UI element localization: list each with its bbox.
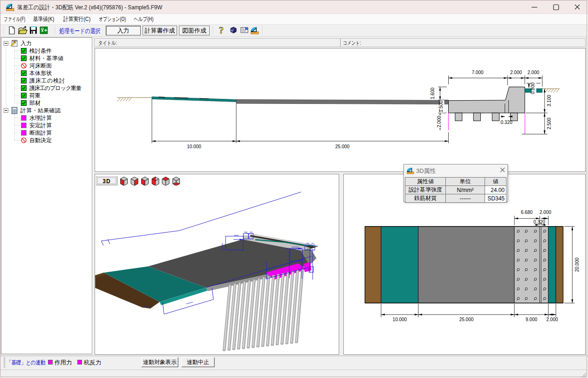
- svg-text:0.800: 0.800: [530, 82, 535, 94]
- svg-text:2.000: 2.000: [527, 70, 539, 75]
- svg-text:本体形状: 本体形状: [29, 70, 52, 76]
- svg-text:1.600: 1.600: [430, 88, 435, 99]
- svg-text:2.000: 2.000: [540, 210, 551, 215]
- svg-text:7.000: 7.000: [472, 70, 483, 75]
- svg-text:護床工のブロック重量: 護床工のブロック重量: [29, 85, 82, 91]
- svg-text:河床断面: 河床断面: [29, 62, 52, 69]
- svg-text:2.000: 2.000: [437, 116, 442, 127]
- svg-text:9.000: 9.000: [526, 317, 537, 322]
- svg-text:部材: 部材: [29, 100, 41, 106]
- svg-text:材料・基準値: 材料・基準値: [29, 55, 63, 62]
- svg-text:20.000: 20.000: [574, 257, 580, 272]
- svg-text:25.000: 25.000: [459, 317, 474, 322]
- svg-text:断面計算: 断面計算: [29, 130, 52, 136]
- svg-text:検討条件: 検討条件: [29, 48, 52, 54]
- svg-text:2.500: 2.500: [547, 117, 552, 129]
- svg-text:0.320: 0.320: [533, 220, 545, 225]
- svg-text:6.680: 6.680: [521, 210, 533, 215]
- svg-text:?: ?: [219, 26, 224, 35]
- svg-text:安定計算: 安定計算: [29, 122, 52, 129]
- svg-text:0.320: 0.320: [500, 120, 512, 125]
- svg-text:10.000: 10.000: [393, 317, 407, 322]
- svg-text:水理計算: 水理計算: [29, 115, 52, 121]
- svg-text:3D: 3D: [103, 178, 110, 185]
- svg-text:入力: 入力: [21, 40, 32, 47]
- svg-text:護床工の検討: 護床工の検討: [29, 77, 65, 84]
- svg-text:1.500: 1.500: [438, 101, 444, 112]
- svg-text:自動決定: 自動決定: [29, 137, 52, 144]
- svg-text:25.000: 25.000: [335, 144, 350, 149]
- svg-text:3.100: 3.100: [547, 95, 552, 106]
- svg-text:計算・結果確認: 計算・結果確認: [20, 107, 61, 114]
- svg-text:2.000: 2.000: [546, 317, 558, 322]
- svg-text:荷重: 荷重: [29, 92, 41, 99]
- svg-text:2.000: 2.000: [510, 70, 522, 75]
- svg-text:10.000: 10.000: [187, 144, 201, 149]
